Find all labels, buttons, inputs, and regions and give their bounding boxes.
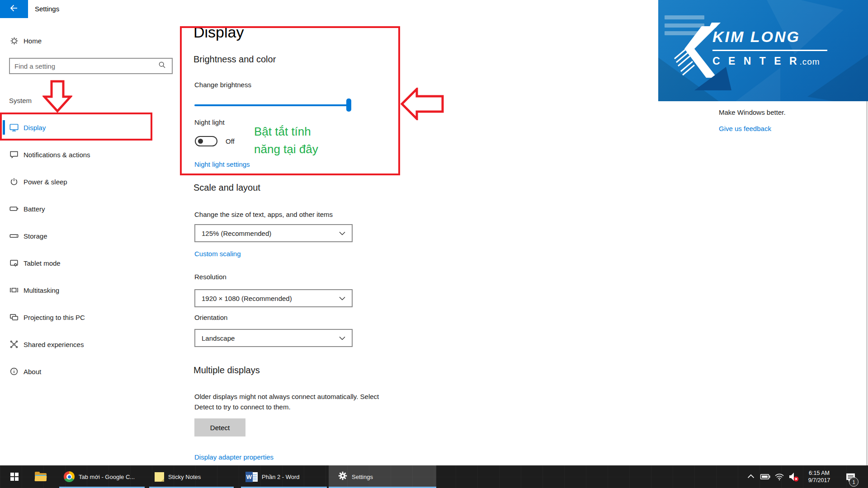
tray-battery[interactable]	[759, 465, 772, 488]
taskbar: Tab mới - Google C... Sticky Notes W Phầ…	[0, 465, 868, 488]
wifi-icon	[774, 471, 785, 482]
sidebar-item-label: Storage	[24, 232, 47, 240]
sidebar-item-display[interactable]: Display	[0, 114, 176, 141]
logo-underline	[712, 50, 827, 51]
notification-badge: 1	[849, 477, 859, 487]
sidebar-nav: Display Notifications & actions Power & …	[0, 114, 176, 385]
chevron-up-icon	[746, 472, 756, 482]
annotation-down-arrow	[42, 80, 72, 113]
resolution-dropdown[interactable]: 868 × 488 (Recommended)	[194, 289, 353, 307]
chevron-down-icon	[339, 294, 345, 302]
info-circle-icon	[9, 366, 19, 376]
sidebar-item-notifications[interactable]: Notifications & actions	[0, 141, 176, 168]
power-icon	[9, 177, 19, 187]
sidebar-item-label: Home	[24, 37, 42, 45]
word-task-button[interactable]: W Phần 2 - Word	[241, 465, 327, 488]
back-button[interactable]	[0, 0, 28, 18]
logo-subtitle: C E N T E R.com	[712, 55, 820, 67]
sticky-notes-task-button[interactable]: Sticky Notes	[149, 465, 234, 488]
start-button[interactable]	[4, 465, 25, 488]
brightness-slider-thumb[interactable]	[346, 99, 351, 112]
night-light-toggle[interactable]	[195, 136, 217, 146]
tray-date: 9/7/2017	[808, 477, 830, 484]
annotation-left-arrow	[401, 88, 444, 120]
scrollbar[interactable]	[866, 101, 868, 465]
resolution-dropdown-value: 868 × 488 (Recommended)	[202, 295, 339, 302]
search-icon[interactable]	[157, 60, 167, 72]
sidebar-item-storage[interactable]: Storage	[0, 222, 176, 249]
scale-heading: Scale and layout	[193, 183, 260, 193]
sidebar-item-shared-experiences[interactable]: Shared experiences	[0, 331, 176, 358]
search-input[interactable]	[10, 62, 157, 70]
night-light-settings-link[interactable]: Night light settings	[194, 160, 250, 168]
sidebar-item-label: Battery	[24, 205, 45, 213]
two-monitors-icon	[9, 312, 19, 322]
page-title: Display	[193, 23, 244, 41]
tray-volume-muted[interactable]	[787, 465, 801, 488]
sidebar-section-label: System	[9, 97, 32, 104]
logo-suffix: .com	[800, 57, 820, 66]
speech-bubble-icon	[9, 150, 19, 160]
brightness-label: Change brightness	[194, 81, 251, 89]
scale-dropdown[interactable]: 125% (Recommended)	[194, 224, 353, 242]
stacked-windows-icon	[9, 285, 19, 295]
multiple-displays-text: Older displays might not always connect …	[194, 391, 396, 413]
sidebar-item-projecting[interactable]: Projecting to this PC	[0, 304, 176, 331]
tray-clock[interactable]: 6:15 AM 9/7/2017	[802, 465, 836, 488]
gear-icon	[338, 471, 348, 483]
node-cross-icon	[9, 339, 19, 349]
sidebar-item-label: Shared experiences	[24, 341, 84, 348]
sidebar-item-about[interactable]: About	[0, 358, 176, 385]
orientation-dropdown-value: Landscape	[202, 334, 339, 342]
task-label: Phần 2 - Word	[262, 474, 300, 480]
window-title: Settings	[35, 5, 59, 13]
sidebar-item-multitasking[interactable]: Multitasking	[0, 277, 176, 304]
detect-button[interactable]: Detect	[194, 418, 245, 436]
sidebar-item-tablet-mode[interactable]: Tablet mode	[0, 249, 176, 277]
settings-task-button[interactable]: Settings	[329, 465, 436, 488]
sidebar-item-power-sleep[interactable]: Power & sleep	[0, 168, 176, 195]
display-adapter-properties-link[interactable]: Display adapter properties	[194, 453, 274, 461]
brightness-heading: Brightness and color	[193, 54, 276, 65]
scale-dropdown-value: 125% (Recommended)	[202, 230, 339, 237]
logo-facet	[726, 68, 780, 101]
word-icon: W	[245, 472, 258, 482]
sidebar-item-home[interactable]: Home	[0, 32, 176, 50]
tray-chevron-up[interactable]	[745, 465, 757, 488]
tablet-icon	[9, 258, 19, 268]
back-arrow-icon	[9, 3, 19, 15]
sidebar-item-label: Projecting to this PC	[24, 314, 85, 321]
resolution-label: Resolution	[194, 273, 226, 281]
sidebar-item-label: About	[24, 368, 41, 375]
sidebar-item-label: Display	[24, 124, 46, 131]
logo-title: KIM LONG	[712, 28, 800, 46]
chevron-down-icon	[339, 334, 345, 342]
annotation-callout-text: Bật tắt tính năng tại đây	[254, 123, 318, 158]
sidebar-item-label: Notifications & actions	[24, 151, 90, 159]
orientation-dropdown[interactable]: Landscape	[194, 329, 353, 347]
toggle-knob	[198, 139, 203, 144]
battery-icon	[9, 204, 19, 214]
folder-icon	[35, 472, 47, 481]
logo-bar	[665, 15, 704, 19]
task-label: Tab mới - Google C...	[79, 474, 135, 480]
sidebar-item-label: Tablet mode	[24, 259, 61, 267]
brightness-slider[interactable]	[194, 104, 351, 106]
sidebar-item-battery[interactable]: Battery	[0, 195, 176, 222]
windows-logo-icon	[10, 473, 19, 481]
multiple-displays-heading: Multiple displays	[193, 365, 260, 375]
settings-window: Settings Home System	[0, 0, 868, 488]
custom-scaling-link[interactable]: Custom scaling	[194, 250, 241, 258]
tray-wifi[interactable]	[773, 465, 786, 488]
drive-icon	[9, 231, 19, 241]
logo-facet	[762, 0, 844, 54]
gear-icon	[9, 36, 19, 46]
chrome-task-button[interactable]: Tab mới - Google C...	[59, 465, 145, 488]
file-explorer-button[interactable]	[29, 465, 52, 488]
give-feedback-link[interactable]: Give us feedback	[719, 125, 771, 132]
speaker-muted-icon	[788, 470, 800, 483]
night-light-label: Night light	[194, 118, 225, 126]
scale-label: Change the size of text, apps, and other…	[194, 211, 333, 218]
search-box	[9, 58, 173, 74]
orientation-label: Orientation	[194, 314, 227, 321]
